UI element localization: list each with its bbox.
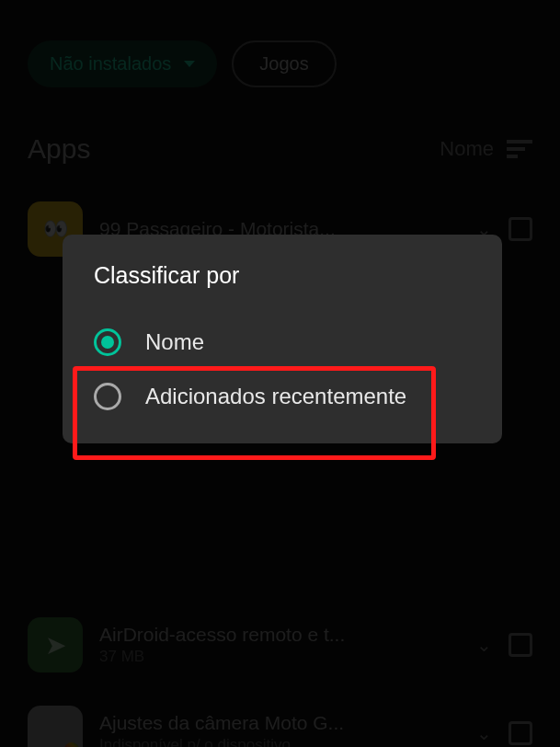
dialog-title: Classificar por — [90, 262, 474, 289]
radio-label: Nome — [145, 328, 204, 356]
radio-selected-icon — [94, 328, 121, 356]
radio-unselected-icon — [94, 383, 121, 410]
sort-dialog: Classificar por Nome Adicionados recente… — [63, 235, 502, 443]
radio-option-recent[interactable]: Adicionados recentemente — [90, 369, 474, 423]
radio-option-name[interactable]: Nome — [90, 315, 474, 369]
radio-label: Adicionados recentemente — [145, 382, 406, 410]
